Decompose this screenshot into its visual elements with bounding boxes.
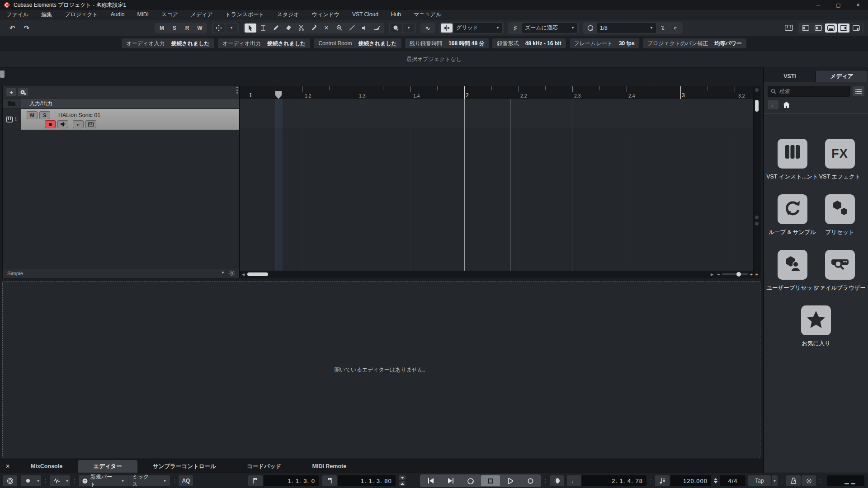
track-config-dropdown[interactable]: ▼ bbox=[221, 271, 225, 276]
media-tile-fx-button[interactable]: FX bbox=[825, 139, 855, 169]
status-chip-4[interactable]: 録音形式48 kHz - 16 bit bbox=[492, 38, 566, 48]
onscreen-keyboard-icon[interactable] bbox=[783, 23, 795, 33]
timeline-ruler[interactable]: 11.21.31.422.22.32.433.2 bbox=[240, 86, 754, 99]
menu-item-2[interactable]: プロジェクト bbox=[65, 11, 98, 19]
redo-button[interactable]: ↷ bbox=[21, 23, 33, 33]
status-chip-5[interactable]: フレームレート30 fps bbox=[570, 38, 639, 48]
solo-button[interactable]: S bbox=[39, 111, 50, 119]
sizing-tool-icon[interactable] bbox=[213, 23, 225, 33]
undo-button[interactable]: ↶ bbox=[6, 23, 18, 33]
lower-zone-close-icon[interactable]: ✕ bbox=[0, 460, 15, 473]
left-locator-display[interactable]: 1. 1. 3. 0 bbox=[264, 475, 319, 486]
inspector-toggle-icon[interactable] bbox=[812, 23, 824, 33]
left-zone-toggle-icon[interactable] bbox=[800, 23, 811, 33]
vertical-zoom-dot[interactable] bbox=[755, 216, 759, 219]
vertical-zoom-in[interactable]: + bbox=[754, 272, 760, 277]
status-chip-0[interactable]: オーディオ入力接続されました bbox=[122, 38, 214, 48]
constrain-delay-compensation-icon[interactable] bbox=[3, 475, 17, 486]
media-tile-loop-button[interactable] bbox=[778, 194, 807, 224]
lower-zone-toggle-icon[interactable] bbox=[825, 23, 837, 33]
record-button[interactable] bbox=[521, 475, 540, 486]
quantize-panel-icon[interactable]: e bbox=[670, 23, 681, 33]
automation-m-button[interactable]: M bbox=[156, 23, 168, 33]
home-icon[interactable] bbox=[783, 102, 790, 108]
time-signature-display[interactable]: 4/4 bbox=[720, 475, 745, 486]
time-format-icon[interactable] bbox=[550, 475, 564, 486]
scroll-up-arrow[interactable] bbox=[755, 88, 759, 92]
menu-item-5[interactable]: スコア bbox=[161, 11, 178, 19]
track-settings-gear-icon[interactable] bbox=[229, 271, 235, 276]
instrument-track-row[interactable]: 1 M S HALion Sonic 01 e bbox=[3, 109, 239, 130]
automation-w-button[interactable]: W bbox=[194, 23, 206, 33]
track-1-lane[interactable] bbox=[240, 99, 754, 128]
automation-r-button[interactable]: R bbox=[181, 23, 193, 33]
menu-item-4[interactable]: MIDI bbox=[137, 11, 149, 18]
auto-quantize-button[interactable]: AQ bbox=[179, 475, 193, 486]
menu-item-6[interactable]: メディア bbox=[191, 11, 213, 19]
right-locator-display[interactable]: 1. 1. 3. 80 bbox=[338, 475, 396, 486]
punch-out-icon[interactable] bbox=[399, 481, 406, 486]
glue-tool[interactable] bbox=[308, 23, 320, 33]
maximize-button[interactable]: ▢ bbox=[828, 0, 848, 10]
punch-in-icon[interactable] bbox=[399, 475, 406, 480]
status-chip-6[interactable]: プロジェクトのパン補正均等パワー bbox=[643, 38, 746, 48]
menu-item-1[interactable]: 編集 bbox=[41, 11, 52, 19]
tempo-spinner[interactable] bbox=[714, 478, 717, 483]
zoom-slider-thumb[interactable] bbox=[736, 272, 741, 277]
tab-mixconsole[interactable]: MixConsole bbox=[15, 460, 78, 473]
tempo-track-icon[interactable] bbox=[655, 475, 670, 486]
horizontal-scroll-thumb[interactable] bbox=[247, 272, 268, 276]
split-tool[interactable] bbox=[295, 23, 307, 33]
tap-tempo-dropdown[interactable]: ▼ bbox=[772, 475, 778, 486]
right-zone-toggle-icon[interactable] bbox=[838, 23, 849, 33]
media-search-input[interactable]: 検索 bbox=[768, 86, 850, 97]
play-tool[interactable] bbox=[359, 23, 370, 33]
snap-type-select[interactable]: グリッド ▼ bbox=[453, 23, 502, 33]
go-to-next-marker-button[interactable] bbox=[441, 475, 460, 486]
sizing-tool-dropdown[interactable]: ▼ bbox=[226, 23, 237, 33]
track-lanes[interactable] bbox=[240, 99, 754, 271]
back-arrow-icon[interactable]: ← bbox=[768, 100, 778, 109]
right-locator-flag-icon[interactable] bbox=[322, 475, 337, 486]
primary-time-format-icon[interactable]: ♩ bbox=[567, 475, 581, 486]
left-zone-handle[interactable] bbox=[0, 70, 5, 78]
vertical-scrollbar[interactable]: + bbox=[753, 86, 760, 278]
draw-tool[interactable] bbox=[270, 23, 282, 33]
horizontal-zoom-slider[interactable] bbox=[722, 273, 748, 275]
tap-tempo-button[interactable]: Tap bbox=[748, 475, 771, 486]
menu-item-7[interactable]: トランスポート bbox=[226, 11, 264, 19]
quantize-preset-select[interactable]: 1/8 ▼ bbox=[597, 23, 656, 33]
record-enable-button[interactable] bbox=[45, 120, 56, 128]
tab-midi-remote[interactable]: MIDI Remote bbox=[297, 460, 362, 473]
vertical-zoom-dot2[interactable] bbox=[755, 222, 759, 225]
primary-time-display[interactable]: 2. 1. 4. 78 bbox=[581, 475, 646, 486]
left-locator-flag-icon[interactable] bbox=[248, 475, 263, 486]
zoom-tool[interactable] bbox=[333, 23, 345, 33]
metronome-icon[interactable] bbox=[786, 475, 801, 486]
playhead-marker[interactable] bbox=[275, 91, 282, 99]
status-chip-2[interactable]: Control Room接続されました bbox=[314, 38, 401, 48]
metronome-setup-gear-icon[interactable] bbox=[802, 475, 816, 486]
snap-on-off-icon[interactable] bbox=[441, 23, 453, 33]
zoom-in-icon[interactable]: + bbox=[750, 272, 753, 277]
media-tile-piano-button[interactable] bbox=[778, 139, 807, 169]
scroll-right-arrow[interactable]: ▶ bbox=[709, 271, 715, 278]
range-selection-tool[interactable] bbox=[257, 23, 269, 33]
media-tile-browser-button[interactable] bbox=[825, 250, 855, 280]
menu-item-8[interactable]: スタジオ bbox=[277, 11, 299, 19]
play-button[interactable] bbox=[501, 475, 520, 486]
autoscroll-icon[interactable] bbox=[390, 23, 402, 33]
record-mode-dropdown[interactable]: ▼ bbox=[35, 475, 41, 486]
status-chip-3[interactable]: 残り録音時間168 時間 48 分 bbox=[405, 38, 489, 48]
line-tool[interactable] bbox=[346, 23, 358, 33]
autoscroll-dropdown[interactable]: ▼ bbox=[403, 23, 415, 33]
midi-record-mode-select[interactable]: 新規パート ▼ bbox=[79, 475, 128, 486]
iterative-quantize-icon[interactable]: ⁒ bbox=[657, 23, 669, 33]
menu-item-12[interactable]: マニュアル bbox=[414, 11, 441, 19]
midi-cycle-record-mode-select[interactable]: ミックス ▼ bbox=[128, 475, 170, 486]
tab-エディター[interactable]: エディター bbox=[78, 460, 137, 473]
add-track-button[interactable]: + bbox=[6, 88, 16, 96]
automation-s-button[interactable]: S bbox=[169, 23, 180, 33]
menu-item-11[interactable]: Hub bbox=[391, 11, 401, 18]
tempo-display[interactable]: 120.000 bbox=[670, 475, 711, 486]
